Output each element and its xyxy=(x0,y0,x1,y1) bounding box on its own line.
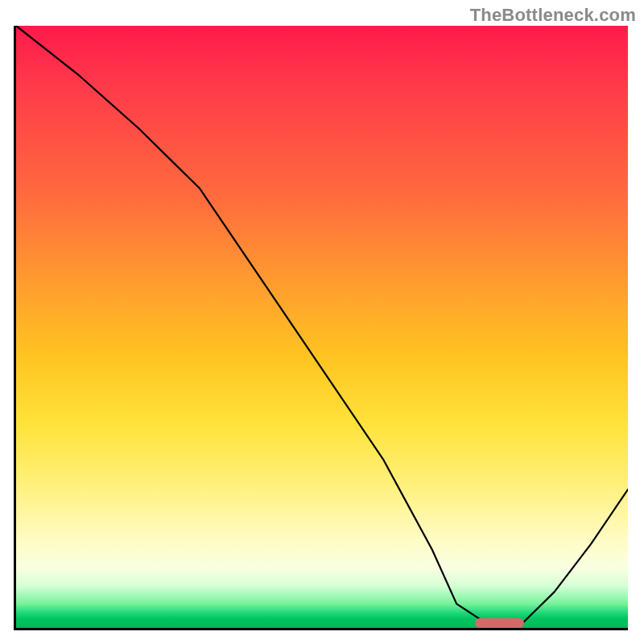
watermark-text: TheBottleneck.com xyxy=(470,5,636,26)
x-axis-line xyxy=(14,628,628,630)
y-axis-line xyxy=(14,26,16,628)
optimal-marker xyxy=(475,618,524,628)
plot-area xyxy=(16,26,628,628)
chart-stage: TheBottleneck.com xyxy=(0,0,644,644)
gradient-background xyxy=(16,26,628,628)
